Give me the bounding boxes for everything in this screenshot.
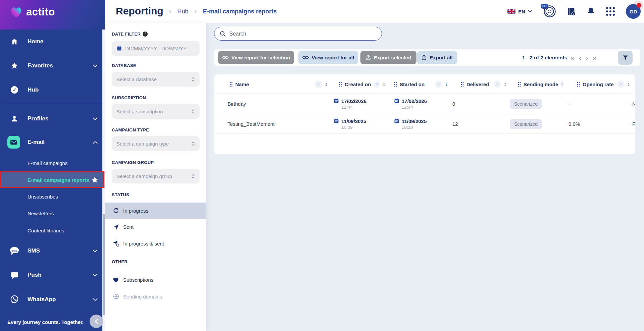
sidebar-item-email-campaigns-reports[interactable]: E-mail campaigns reports [0,171,104,188]
sidebar-item-unsubscribes[interactable]: Unsubscribes [0,188,105,205]
select-chevrons-icon [191,109,195,114]
sidebar-item-hub[interactable]: Hub [0,82,105,98]
pagination-next-button[interactable]: › [586,54,588,61]
favorite-star-icon[interactable] [91,176,99,184]
notifications-button[interactable] [587,7,595,16]
subscription-select[interactable]: Select a subscription [112,104,200,119]
campaign-group-select[interactable]: Select a campaign group [112,169,200,183]
select-chevrons-icon [191,174,195,179]
pagination-first-button[interactable]: « [571,54,574,61]
breadcrumb-separator-icon: › [169,7,171,16]
date-range-field[interactable] [125,46,195,51]
cell-opening-rate: 0.0% [568,114,580,134]
database-select[interactable]: Select a database [112,72,200,87]
envelope-icon [7,136,21,149]
assistant-button[interactable]: Hi ! [543,5,556,18]
drag-handle-icon[interactable] [577,82,580,87]
sort-desc-icon[interactable]: ↓ [445,81,448,88]
sidebar-item-sms[interactable]: SMS SMS [0,242,105,260]
calendar-icon [116,46,122,51]
campaign-type-select[interactable]: Select a campaign type [112,136,200,151]
table-divider [214,133,635,134]
sidebar-item-label: Favorites [28,62,53,69]
sort-icon[interactable]: ↕ [627,81,630,87]
svg-text:SMS: SMS [11,249,17,252]
sidebar-item-home[interactable]: Home [0,34,105,50]
remove-column-icon[interactable]: × [435,80,442,88]
brand-wordmark: actito [26,6,55,18]
drag-handle-icon[interactable] [230,82,233,87]
person-icon [7,115,21,122]
scrollbar-thumb[interactable] [103,214,105,315]
remove-column-icon[interactable]: × [315,80,322,88]
status-option-sent[interactable]: Sent [105,219,206,235]
sidebar: actito Home Favorites Hub Profiles [0,0,105,331]
remove-column-icon[interactable]: × [494,80,501,88]
sidebar-item-label: Newsletters [28,211,54,216]
sidebar-item-newsletters[interactable]: Newsletters [0,205,105,221]
other-option-sending-domains[interactable]: Sending domains [105,288,206,305]
view-report-all-button[interactable]: View report for all [298,51,358,64]
date-range-input[interactable] [112,41,200,56]
help-center-button[interactable]: ? [567,7,576,16]
cell-overflow: F [632,114,635,134]
breadcrumb: › Hub › E-mail campaigns reports [169,0,277,23]
other-option-subscriptions[interactable]: Subscriptions [105,272,206,288]
brand-logo[interactable]: actito [9,5,55,19]
breadcrumb-current[interactable]: E-mail campaigns reports [203,8,277,15]
status-option-in-progress-and-sent[interactable]: In progress & sent [105,235,206,252]
column-header-opening-rate[interactable]: Opening rate × ↕ [577,74,630,94]
search-bar[interactable] [214,27,382,41]
pagination-prev-button[interactable]: ‹ [579,54,581,61]
status-option-in-progress[interactable]: In progress [105,203,206,219]
reports-table: Name × ↕ Created on × ↕ Started on × ↓ [214,74,635,154]
sidebar-item-whatsapp[interactable]: WhatsApp [0,291,105,308]
star-icon [7,62,21,70]
sidebar-item-email[interactable]: E-mail [0,133,105,152]
chevron-down-icon [528,10,532,13]
export-all-button[interactable]: Export all [417,51,457,64]
remove-column-icon[interactable]: × [374,80,380,88]
column-header-sending-mode[interactable]: Sending mode × [518,74,563,94]
column-header-created-on[interactable]: Created on × ↕ [339,74,385,94]
sort-icon[interactable]: ↕ [325,81,328,87]
sidebar-item-favorites[interactable]: Favorites [0,58,105,74]
main-content: View report for selection View report fo… [206,23,644,331]
top-bar: Reporting › Hub › E-mail campaigns repor… [105,0,644,23]
info-icon[interactable]: i [143,32,148,37]
drag-handle-icon[interactable] [394,82,397,87]
search-input[interactable] [229,31,376,37]
search-icon [220,31,226,37]
sidebar-item-content-libraries[interactable]: Content libraries [0,222,105,238]
sort-icon[interactable]: ↕ [383,81,385,87]
drag-handle-icon[interactable] [339,82,342,87]
remove-column-icon[interactable]: × [561,80,563,88]
user-menu[interactable]: GD [626,4,641,19]
sidebar-item-profiles[interactable]: Profiles [0,111,105,127]
language-selector[interactable]: EN [507,9,532,14]
table-row[interactable]: Birthday 17/02/2026 12:44 17/02/2026 [214,94,635,114]
eye-icon [222,55,229,60]
export-selected-button[interactable]: Export selected [360,51,416,64]
cell-delivered: 0 [452,94,455,114]
column-header-started-on[interactable]: Started on × ↓ [394,74,448,94]
breadcrumb-hub[interactable]: Hub [177,8,188,15]
table-row[interactable]: Testing_BestMoment 11/09/2025 10:09 11/0… [214,114,635,133]
pagination-last-button[interactable]: » [593,54,596,61]
remove-column-icon[interactable]: × [617,80,625,88]
sidebar-item-email-campaigns[interactable]: E-mail campaigns [0,156,105,170]
chevron-down-icon [93,298,98,301]
sidebar-collapse-button[interactable] [90,315,103,328]
column-header-name[interactable]: Name × ↕ [230,74,328,94]
sort-icon[interactable]: ↕ [504,81,506,87]
drag-handle-icon[interactable] [461,82,464,87]
column-header-delivered[interactable]: Delivered × ↕ [461,74,506,94]
sidebar-item-push[interactable]: Push [0,266,105,284]
sidebar-item-label: E-mail campaigns [28,160,67,166]
filter-button[interactable] [618,51,633,65]
cell-started-on: 11/09/2025 10:10 [394,114,427,134]
view-report-selection-button[interactable]: View report for selection [218,51,294,64]
language-code: EN [518,9,525,14]
drag-handle-icon[interactable] [518,82,521,87]
app-grid-button[interactable] [606,7,615,16]
